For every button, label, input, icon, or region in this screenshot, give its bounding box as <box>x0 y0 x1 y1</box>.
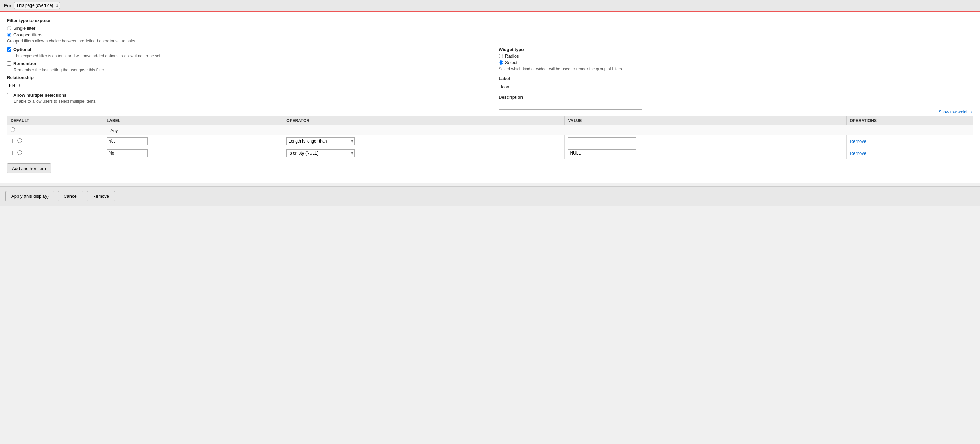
label-field-group: Label <box>498 76 973 91</box>
page-dropdown[interactable]: This page (override) <box>14 2 60 9</box>
grouped-filters-radio[interactable] <box>7 32 11 37</box>
allow-multiple-label: Allow multiple selections <box>13 93 66 97</box>
filter-table: DEFAULT LABEL OPERATOR VALUE OPERATIONS … <box>7 116 973 159</box>
remember-label: Remember <box>13 61 36 66</box>
col-header-operator: OPERATOR <box>283 116 565 125</box>
remember-checkbox[interactable] <box>7 61 11 66</box>
show-row-weights-link[interactable]: Show row weights <box>7 110 973 114</box>
allow-multiple-checkbox-group: Allow multiple selections <box>7 93 482 97</box>
row1-default-cell: ✛ <box>7 135 103 147</box>
table-row: ✛ Length is longer than Is empty (NULL) … <box>7 147 973 159</box>
description-input[interactable] <box>498 101 642 110</box>
row1-operator-cell: Length is longer than Is empty (NULL) Is… <box>283 135 565 147</box>
relationship-dropdown[interactable]: File <box>7 81 22 89</box>
row1-label-input[interactable] <box>107 137 148 145</box>
row1-operator-select[interactable]: Length is longer than Is empty (NULL) Is… <box>286 137 355 145</box>
radios-radio-group: Radios <box>498 53 973 59</box>
widget-radios-label: Radios <box>505 53 519 59</box>
two-col-section: Optional This exposed filter is optional… <box>7 47 973 110</box>
remember-description: Remember the last setting the user gave … <box>14 67 482 72</box>
single-filter-radio[interactable] <box>7 26 11 30</box>
single-filter-label: Single filter <box>13 26 35 31</box>
widget-radios-radio[interactable] <box>498 54 503 58</box>
label-field-label: Label <box>498 76 973 81</box>
row1-operator-wrapper[interactable]: Length is longer than Is empty (NULL) Is… <box>286 137 355 145</box>
single-filter-radio-group: Single filter <box>7 26 973 31</box>
for-label: For <box>4 3 11 8</box>
select-radio-group: Select <box>498 60 973 65</box>
top-bar: For This page (override) <box>0 0 980 11</box>
right-column: Widget type Radios Select Select which k… <box>492 47 973 110</box>
grouped-filters-description: Grouped filters allow a choice between p… <box>7 39 973 43</box>
optional-label: Optional <box>13 47 32 52</box>
description-field-label: Description <box>498 94 973 100</box>
optional-checkbox[interactable] <box>7 47 11 52</box>
remember-checkbox-group: Remember <box>7 61 482 66</box>
apply-button[interactable]: Apply (this display) <box>5 191 54 201</box>
widget-type-label: Widget type <box>498 47 973 52</box>
grouped-filters-radio-group: Grouped filters <box>7 32 973 37</box>
row2-label-cell <box>103 147 283 159</box>
drag-handle-icon[interactable]: ✛ <box>11 138 15 144</box>
row2-value-cell <box>565 147 846 159</box>
cancel-button[interactable]: Cancel <box>58 191 83 201</box>
label-input[interactable] <box>498 83 594 91</box>
col-header-value: VALUE <box>565 116 846 125</box>
row2-value-input[interactable] <box>568 149 636 157</box>
left-column: Optional This exposed filter is optional… <box>7 47 492 110</box>
any-default-cell <box>7 125 103 135</box>
remove-button[interactable]: Remove <box>87 191 115 201</box>
allow-multiple-description: Enable to allow users to select multiple… <box>14 99 482 104</box>
main-content: Filter type to expose Single filter Grou… <box>0 11 980 183</box>
add-another-item-button[interactable]: Add another item <box>7 163 51 173</box>
any-label-cell: – Any – <box>103 125 973 135</box>
widget-type-section: Widget type Radios Select Select which k… <box>498 47 973 71</box>
optional-checkbox-group: Optional <box>7 47 482 52</box>
row2-operator-cell: Length is longer than Is empty (NULL) Is… <box>283 147 565 159</box>
any-default-radio[interactable] <box>11 128 15 132</box>
row2-operator-select[interactable]: Length is longer than Is empty (NULL) Is… <box>286 149 355 157</box>
relationship-dropdown-wrapper[interactable]: File <box>7 81 22 89</box>
relationship-label: Relationship <box>7 75 482 80</box>
optional-description: This exposed filter is optional and will… <box>14 53 482 58</box>
col-header-label: LABEL <box>103 116 283 125</box>
widget-type-description: Select which kind of widget will be used… <box>498 67 973 71</box>
drag-handle-icon[interactable]: ✛ <box>11 150 15 156</box>
row1-value-cell <box>565 135 846 147</box>
bottom-actions-bar: Apply (this display) Cancel Remove <box>0 186 980 206</box>
row2-default-radio[interactable] <box>18 150 22 155</box>
filter-type-section: Filter type to expose Single filter Grou… <box>7 18 973 43</box>
grouped-filters-label: Grouped filters <box>13 32 43 37</box>
row1-remove-link[interactable]: Remove <box>850 139 866 144</box>
col-header-default: DEFAULT <box>7 116 103 125</box>
row1-value-input[interactable] <box>568 137 636 145</box>
row2-operator-wrapper[interactable]: Length is longer than Is empty (NULL) Is… <box>286 149 355 157</box>
row1-operations-cell: Remove <box>846 135 973 147</box>
widget-select-radio[interactable] <box>498 60 503 65</box>
description-field-group: Description <box>498 94 973 110</box>
row2-default-cell: ✛ <box>7 147 103 159</box>
row1-label-cell <box>103 135 283 147</box>
col-header-operations: OPERATIONS <box>846 116 973 125</box>
row2-label-input[interactable] <box>107 149 148 157</box>
table-body: – Any – ✛ Length is longer than Is empty… <box>7 125 973 159</box>
widget-select-label: Select <box>505 60 517 65</box>
page-dropdown-wrapper[interactable]: This page (override) <box>14 2 60 9</box>
table-row: ✛ Length is longer than Is empty (NULL) … <box>7 135 973 147</box>
filter-type-title: Filter type to expose <box>7 18 973 23</box>
table-header: DEFAULT LABEL OPERATOR VALUE OPERATIONS <box>7 116 973 125</box>
row2-operations-cell: Remove <box>846 147 973 159</box>
any-row: – Any – <box>7 125 973 135</box>
row2-remove-link[interactable]: Remove <box>850 151 866 156</box>
row1-default-radio[interactable] <box>18 138 22 143</box>
allow-multiple-checkbox[interactable] <box>7 93 11 97</box>
